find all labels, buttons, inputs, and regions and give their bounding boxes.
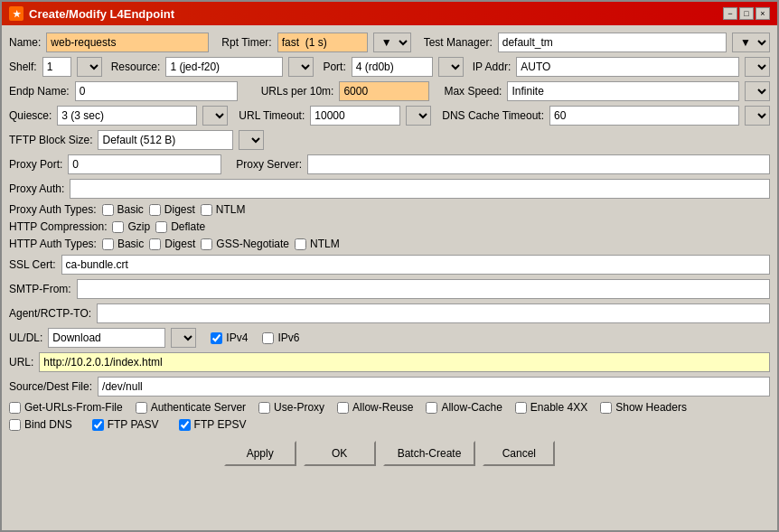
row-source-dest: Source/Dest File: (9, 377, 770, 397)
resource-input[interactable] (165, 57, 283, 77)
cb-ftp-pasv[interactable] (92, 419, 104, 431)
port-label: Port: (323, 61, 345, 73)
smtp-from-input[interactable] (77, 279, 770, 299)
cb-enable-4xx[interactable] (515, 402, 527, 414)
name-input[interactable] (46, 33, 209, 52)
cb-basic2[interactable] (102, 238, 114, 250)
cb-basic[interactable] (102, 204, 114, 216)
cb-auth-server-group: Authenticate Server (136, 401, 246, 414)
cb-digest2[interactable] (149, 238, 161, 250)
cb-deflate-group: Deflate (155, 220, 205, 233)
close-button[interactable]: × (756, 7, 770, 20)
cb-ipv6[interactable] (262, 332, 274, 344)
cancel-button[interactable]: Cancel (483, 441, 555, 466)
cb-ntlm-label: NTLM (216, 203, 246, 216)
proxy-auth-input[interactable] (70, 179, 770, 199)
row-checkboxes-1: Get-URLs-From-File Authenticate Server U… (9, 401, 770, 414)
ok-button[interactable]: OK (304, 441, 376, 466)
row-http-compression: HTTP Compression: Gzip Deflate (9, 220, 770, 233)
ip-addr-select[interactable]: ▼ (745, 57, 770, 77)
cb-allow-cache[interactable] (426, 402, 437, 414)
cb-allow-reuse-label: Allow-Reuse (352, 401, 413, 414)
rpt-timer-select[interactable]: ▼ (373, 33, 411, 52)
dns-cache-label: DNS Cache Timeout: (442, 109, 544, 122)
ul-dl-input[interactable] (48, 328, 165, 348)
cb-gss[interactable] (201, 238, 212, 250)
cb-ipv4-label: IPv4 (226, 331, 248, 344)
cb-get-urls[interactable] (9, 402, 21, 414)
cb-basic-label: Basic (117, 203, 144, 216)
url-timeout-label: URL Timeout: (239, 109, 305, 122)
batch-create-button[interactable]: Batch-Create (383, 441, 476, 466)
cb-ipv4[interactable] (211, 332, 222, 344)
cb-show-headers[interactable] (600, 402, 612, 414)
cb-ntlm2[interactable] (295, 238, 306, 250)
url-timeout-input[interactable] (310, 106, 400, 126)
cb-allow-reuse-group: Allow-Reuse (337, 401, 413, 414)
proxy-server-label: Proxy Server: (236, 158, 302, 171)
source-dest-input[interactable] (98, 377, 770, 397)
ssl-cert-label: SSL Cert: (9, 258, 56, 271)
endp-name-input[interactable] (75, 81, 238, 101)
ip-addr-input[interactable] (516, 57, 739, 77)
cb-deflate-label: Deflate (171, 220, 205, 233)
buttons-row: Apply OK Batch-Create Cancel (9, 435, 770, 470)
test-manager-select[interactable]: ▼ (732, 33, 770, 52)
agent-rctp-input[interactable] (97, 303, 770, 323)
apply-button[interactable]: Apply (224, 441, 296, 466)
max-speed-select[interactable]: ▼ (745, 81, 770, 101)
quiesce-input[interactable] (57, 106, 197, 126)
ssl-cert-input[interactable] (61, 255, 770, 275)
row-shelf: Shelf: ▼ Resource: ▼ Port: ▼ IP Addr: ▼ (9, 57, 770, 77)
cb-deflate[interactable] (155, 221, 167, 233)
tftp-block-size-select[interactable]: ▼ (239, 130, 264, 150)
max-speed-label: Max Speed: (444, 85, 502, 98)
maximize-button[interactable]: □ (739, 7, 754, 20)
minimize-button[interactable]: − (723, 7, 737, 20)
quiesce-select[interactable]: ▼ (202, 106, 228, 126)
cb-ftp-epsv[interactable] (179, 419, 191, 431)
tftp-block-size-input[interactable] (98, 130, 233, 150)
url-input[interactable] (39, 352, 770, 372)
row-proxy-auth-types: Proxy Auth Types: Basic Digest NTLM (9, 203, 770, 216)
ul-dl-select[interactable]: ▼ (171, 328, 196, 348)
cb-digest[interactable] (149, 204, 161, 216)
dns-cache-select[interactable]: ▼ (745, 106, 770, 126)
dns-cache-input[interactable] (549, 106, 739, 126)
http-auth-types-label: HTTP Auth Types: (9, 238, 97, 250)
cb-gzip[interactable] (112, 221, 124, 233)
shelf-input[interactable] (42, 57, 71, 77)
cb-enable-4xx-label: Enable 4XX (530, 401, 587, 414)
cb-ipv6-label: IPv6 (277, 331, 299, 344)
http-compression-label: HTTP Compression: (9, 220, 107, 233)
cb-allow-reuse[interactable] (337, 402, 349, 414)
proxy-server-input[interactable] (307, 154, 770, 174)
test-manager-input[interactable] (498, 33, 727, 52)
cb-ftp-epsv-label: FTP EPSV (194, 418, 247, 431)
resource-select[interactable]: ▼ (288, 57, 314, 77)
row-agent-rctp: Agent/RCTP-TO: (9, 303, 770, 323)
row-url: URL: (9, 352, 770, 372)
cb-ntlm[interactable] (201, 204, 212, 216)
rpt-timer-input[interactable] (277, 33, 368, 52)
cb-get-urls-label: Get-URLs-From-File (24, 401, 123, 414)
port-input[interactable] (352, 57, 433, 77)
cb-allow-cache-group: Allow-Cache (426, 401, 502, 414)
ip-addr-label: IP Addr: (473, 61, 511, 73)
row-tftp: TFTP Block Size: ▼ (9, 130, 770, 150)
urls-per-10m-label: URLs per 10m: (261, 85, 334, 98)
window-title: Create/Modify L4Endpoint (29, 7, 174, 21)
url-timeout-select[interactable]: ▼ (406, 106, 431, 126)
port-select[interactable]: ▼ (438, 57, 464, 77)
max-speed-input[interactable] (507, 81, 739, 101)
tftp-block-size-label: TFTP Block Size: (9, 134, 92, 146)
cb-bind-dns[interactable] (9, 419, 21, 431)
proxy-port-input[interactable] (68, 154, 221, 174)
cb-use-proxy[interactable] (258, 402, 270, 414)
source-dest-label: Source/Dest File: (9, 380, 92, 393)
shelf-select[interactable]: ▼ (77, 57, 102, 77)
form-content: Name: Rpt Timer: ▼ Test Manager: ▼ Shelf… (2, 25, 777, 530)
urls-per-10m-input[interactable] (339, 81, 429, 101)
cb-digest2-group: Digest (149, 238, 195, 250)
cb-auth-server[interactable] (136, 402, 147, 414)
